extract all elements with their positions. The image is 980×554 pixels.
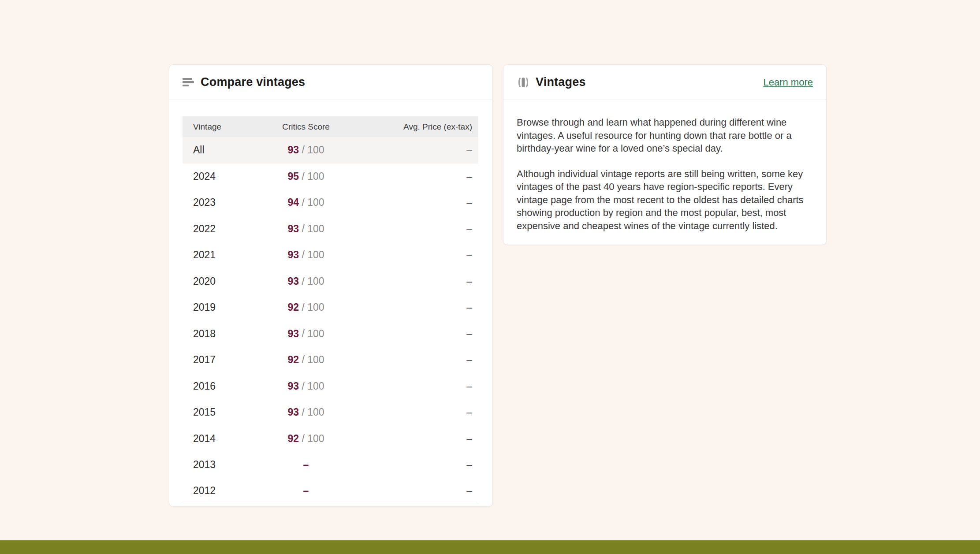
vintage-cell: 2020 [183,275,257,287]
score-max: / 100 [299,406,324,418]
table-row[interactable]: 2014 92 / 100 – [183,426,478,452]
vintage-cell: 2015 [183,406,257,418]
score-max: / 100 [299,197,324,208]
score-max: / 100 [299,354,324,365]
page-background: Compare vintages Vintage Critics Score A… [0,0,980,554]
price-cell: – [354,433,478,445]
vintage-cell: 2023 [183,197,257,208]
score-max: / 100 [299,144,324,156]
vintage-cell: 2021 [183,249,257,261]
price-cell: – [354,275,478,287]
vintages-card: Vintages Learn more Browse through and l… [503,64,827,245]
price-cell: – [354,223,478,235]
score-cell: 94 / 100 [257,197,354,208]
vintages-paragraph-2: Although individual vintage reports are … [517,167,813,233]
compare-vintages-card: Compare vintages Vintage Critics Score A… [169,64,493,507]
score-cell: 93 / 100 [257,380,354,392]
price-cell: – [354,197,478,208]
vintage-cell: 2012 [183,485,257,497]
score-max: / 100 [299,433,324,444]
score-max: / 100 [299,301,324,313]
price-cell: – [354,301,478,313]
score-value: 93 [287,380,299,392]
price-cell: – [354,406,478,418]
table-row[interactable]: 2019 92 / 100 – [183,294,478,321]
score-value: 93 [287,275,299,287]
table-row[interactable]: 2022 93 / 100 – [183,216,478,242]
score-value: 93 [287,223,299,234]
score-cell: 93 / 100 [257,406,354,418]
vintage-cell: 2019 [183,301,257,313]
score-cell: 93 / 100 [257,249,354,261]
score-cell: 92 / 100 [257,433,354,445]
vintage-cell: 2016 [183,380,257,392]
score-value: 94 [287,197,299,208]
score-max: / 100 [299,328,324,339]
vintage-cell: 2018 [183,328,257,340]
vintage-table-body: All 93 / 100 – 2024 95 / 100 – 2023 94 /… [183,137,478,504]
vintage-cell: 2017 [183,354,257,366]
vintage-cell: All [183,144,257,156]
price-cell: – [354,485,478,497]
vintage-cell: 2013 [183,459,257,471]
vintage-table-header: Vintage Critics Score Avg. Price (ex-tax… [183,116,478,137]
score-max: / 100 [299,249,324,260]
score-cell: 93 / 100 [257,328,354,340]
vintages-paragraph-1: Browse through and learn what happened d… [517,116,813,155]
score-cell: – [257,459,354,471]
score-max: / 100 [299,223,324,234]
score-cell: 93 / 100 [257,144,354,156]
table-row[interactable]: 2024 95 / 100 – [183,164,478,190]
score-cell: 92 / 100 [257,301,354,313]
compare-card-header: Compare vintages [169,65,492,100]
score-max: / 100 [299,171,324,182]
price-cell: – [354,459,478,471]
column-header-critics-score: Critics Score [257,122,354,132]
vintage-cell: 2022 [183,223,257,235]
price-cell: – [354,328,478,340]
score-cell: 93 / 100 [257,275,354,287]
vintage-cell: 2024 [183,171,257,182]
table-row[interactable]: 2012 – – [183,478,478,505]
vintages-card-header: Vintages Learn more [503,65,826,100]
vintages-description: Browse through and learn what happened d… [503,100,826,245]
price-cell: – [354,249,478,261]
score-cell: 93 / 100 [257,223,354,235]
table-row[interactable]: 2023 94 / 100 – [183,190,478,216]
score-max: / 100 [299,275,324,287]
vintages-card-title: Vintages [536,75,586,89]
column-header-avg-price: Avg. Price (ex-tax) [354,122,478,132]
table-row[interactable]: 2020 93 / 100 – [183,268,478,295]
price-cell: – [354,144,478,156]
score-cell: 92 / 100 [257,354,354,366]
wine-barrel-icon [517,76,530,89]
score-value: 93 [287,249,299,260]
bar-chart-icon [183,76,195,89]
score-value: 92 [287,301,299,313]
score-value: 92 [287,433,299,444]
table-row[interactable]: 2017 92 / 100 – [183,347,478,373]
table-row[interactable]: 2018 93 / 100 – [183,321,478,347]
score-cell: – [257,485,354,497]
score-value: – [303,485,309,496]
vintage-table: Vintage Critics Score Avg. Price (ex-tax… [169,100,492,504]
score-cell: 95 / 100 [257,171,354,182]
table-row[interactable]: 2015 93 / 100 – [183,399,478,426]
footer-bar [0,540,980,554]
table-row[interactable]: All 93 / 100 – [183,137,478,164]
score-value: 93 [287,406,299,418]
score-value: 93 [287,144,299,156]
vintage-cell: 2014 [183,433,257,445]
score-max: / 100 [299,380,324,392]
score-value: 92 [287,354,299,365]
table-row[interactable]: 2021 93 / 100 – [183,242,478,268]
table-row[interactable]: 2013 – – [183,452,478,478]
table-row[interactable]: 2016 93 / 100 – [183,373,478,400]
score-value: – [303,459,309,470]
price-cell: – [354,354,478,366]
score-value: 93 [287,328,299,339]
compare-card-title: Compare vintages [201,75,305,89]
score-value: 95 [287,171,299,182]
learn-more-link[interactable]: Learn more [763,77,813,88]
price-cell: – [354,380,478,392]
